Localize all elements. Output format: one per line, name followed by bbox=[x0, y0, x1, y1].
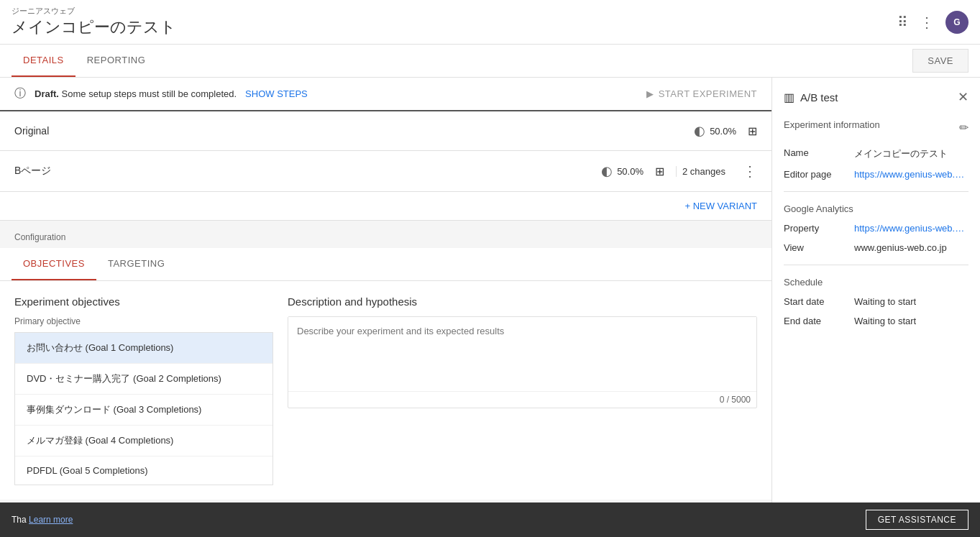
description-textarea-wrapper: 0 / 5000 bbox=[288, 316, 757, 408]
draft-message: Draft. Some setup steps must still be co… bbox=[35, 88, 237, 99]
description-title: Description and hypothesis bbox=[288, 295, 757, 308]
main-container: ⓘ Draft. Some setup steps must still be … bbox=[0, 78, 980, 537]
info-row-name: Name メインコピーのテスト bbox=[784, 147, 968, 160]
right-panel: ▥ A/B test ✕ Experiment information ✏ Na… bbox=[771, 78, 980, 537]
new-variant-link[interactable]: + NEW VARIANT bbox=[684, 201, 757, 211]
property-label: Property bbox=[784, 223, 848, 234]
info-row-end-date: End date Waiting to start bbox=[784, 316, 968, 326]
start-experiment-button[interactable]: ▶ START EXPERIMENT bbox=[646, 88, 757, 99]
content-area: ⓘ Draft. Some setup steps must still be … bbox=[0, 78, 771, 537]
name-label: Name bbox=[784, 147, 848, 160]
configuration-section: Configuration OBJECTIVES TARGETING Exper… bbox=[0, 226, 771, 500]
panel-title: A/B test bbox=[800, 91, 838, 104]
view-label: View bbox=[784, 242, 848, 253]
info-icon: ⓘ bbox=[14, 86, 26, 101]
experiment-info-section-title: Experiment information bbox=[784, 119, 880, 130]
device-icon-original: ⊞ bbox=[748, 124, 757, 138]
donut-icon-original: ◐ bbox=[694, 123, 705, 139]
info-row-view: View www.genius-web.co.jp bbox=[784, 242, 968, 253]
info-row-editor: Editor page https://www.genius-web.co... bbox=[784, 169, 968, 180]
close-panel-button[interactable]: ✕ bbox=[958, 89, 968, 105]
ab-test-icon: ▥ bbox=[784, 91, 794, 104]
editor-page-value[interactable]: https://www.genius-web.co... bbox=[854, 169, 968, 180]
edit-icon[interactable]: ✏ bbox=[959, 121, 968, 134]
header-right: ⠿ ⋮ G bbox=[897, 11, 968, 34]
primary-objective-label: Primary objective bbox=[14, 316, 273, 326]
tabs-bar: DETAILS REPORTING SAVE bbox=[0, 45, 980, 78]
inner-tabs: OBJECTIVES TARGETING bbox=[0, 248, 771, 281]
editor-page-label: Editor page bbox=[784, 169, 848, 180]
new-variant-row: + NEW VARIANT bbox=[0, 192, 771, 220]
start-date-label: Start date bbox=[784, 296, 848, 307]
objective-item-3[interactable]: 事例集ダウンロード (Goal 3 Completions) bbox=[15, 395, 273, 426]
start-date-value: Waiting to start bbox=[854, 296, 916, 307]
property-value[interactable]: https://www.genius-web.co... bbox=[854, 223, 968, 234]
view-value: www.genius-web.co.jp bbox=[854, 242, 947, 253]
schedule-section-title: Schedule bbox=[784, 277, 968, 288]
tab-details[interactable]: DETAILS bbox=[12, 45, 75, 77]
draft-banner: ⓘ Draft. Some setup steps must still be … bbox=[0, 78, 771, 111]
configuration-panel: OBJECTIVES TARGETING Experiment objectiv… bbox=[0, 248, 771, 500]
panel-header: ▥ A/B test ✕ bbox=[784, 89, 968, 105]
description-column: Description and hypothesis 0 / 5000 bbox=[288, 295, 757, 485]
panel-title-row: ▥ A/B test bbox=[784, 91, 838, 104]
char-count: 0 / 5000 bbox=[288, 391, 756, 408]
info-row-start-date: Start date Waiting to start bbox=[784, 296, 968, 307]
google-analytics-section-title: Google Analytics bbox=[784, 203, 968, 214]
configuration-label: Configuration bbox=[0, 226, 771, 248]
variant-pct-b: ◐ 50.0% bbox=[601, 163, 644, 179]
main-tabs: DETAILS REPORTING bbox=[12, 45, 157, 77]
variant-name-b: Bページ bbox=[14, 165, 590, 178]
variant-row-b: Bページ ◐ 50.0% ⊞ 2 changes ⋮ bbox=[0, 151, 771, 192]
panel-divider-2 bbox=[784, 265, 968, 265]
variant-row-original: Original ◐ 50.0% ⊞ bbox=[0, 111, 771, 151]
info-row-property: Property https://www.genius-web.co... bbox=[784, 223, 968, 234]
header-title: メインコピーのテスト bbox=[12, 17, 176, 38]
variants-section: Original ◐ 50.0% ⊞ Bページ ◐ 50.0% ⊞ 2 chan… bbox=[0, 111, 771, 221]
header-subtitle: ジーニアスウェブ bbox=[12, 6, 176, 17]
variant-more-button[interactable]: ⋮ bbox=[743, 162, 757, 180]
learn-more-link[interactable]: Learn more bbox=[29, 515, 73, 525]
objectives-title: Experiment objectives bbox=[14, 295, 273, 308]
show-steps-link[interactable]: SHOW STEPS bbox=[245, 88, 308, 99]
grid-icon[interactable]: ⠿ bbox=[897, 14, 908, 31]
description-textarea[interactable] bbox=[288, 317, 756, 389]
more-options-icon[interactable]: ⋮ bbox=[920, 14, 934, 31]
end-date-value: Waiting to start bbox=[854, 316, 916, 326]
tab-targeting[interactable]: TARGETING bbox=[96, 248, 176, 280]
changes-badge: 2 changes bbox=[676, 166, 731, 177]
objectives-list: お問い合わせ (Goal 1 Completions) DVD・セミナー購入完了… bbox=[14, 332, 273, 485]
save-button[interactable]: SAVE bbox=[912, 49, 968, 73]
panel-divider-1 bbox=[784, 191, 968, 192]
avatar[interactable]: G bbox=[945, 11, 968, 34]
donut-icon-b: ◐ bbox=[601, 163, 613, 179]
objectives-column: Experiment objectives Primary objective … bbox=[14, 295, 273, 485]
device-icon-b: ⊞ bbox=[655, 165, 664, 178]
objectives-area: Experiment objectives Primary objective … bbox=[0, 281, 771, 500]
tab-reporting[interactable]: REPORTING bbox=[75, 45, 157, 77]
get-assistance-button[interactable]: GET ASSISTANCE bbox=[866, 510, 968, 530]
header: ジーニアスウェブ メインコピーのテスト ⠿ ⋮ G bbox=[0, 0, 980, 45]
bottom-bar: Tha Learn more GET ASSISTANCE bbox=[0, 502, 980, 537]
objective-item-1[interactable]: お問い合わせ (Goal 1 Completions) bbox=[15, 333, 273, 364]
name-value: メインコピーのテスト bbox=[854, 147, 948, 160]
bottom-bar-text: Tha Learn more bbox=[12, 515, 73, 525]
end-date-label: End date bbox=[784, 316, 848, 326]
header-left: ジーニアスウェブ メインコピーのテスト bbox=[12, 6, 176, 38]
tab-objectives[interactable]: OBJECTIVES bbox=[12, 248, 96, 280]
variant-pct-original: ◐ 50.0% bbox=[694, 123, 736, 139]
variant-name-original: Original bbox=[14, 125, 682, 137]
play-icon: ▶ bbox=[646, 88, 654, 99]
objective-item-4[interactable]: メルマガ登録 (Goal 4 Completions) bbox=[15, 426, 273, 456]
objective-item-5[interactable]: PDFDL (Goal 5 Completions) bbox=[15, 456, 273, 485]
objective-item-2[interactable]: DVD・セミナー購入完了 (Goal 2 Completions) bbox=[15, 364, 273, 395]
